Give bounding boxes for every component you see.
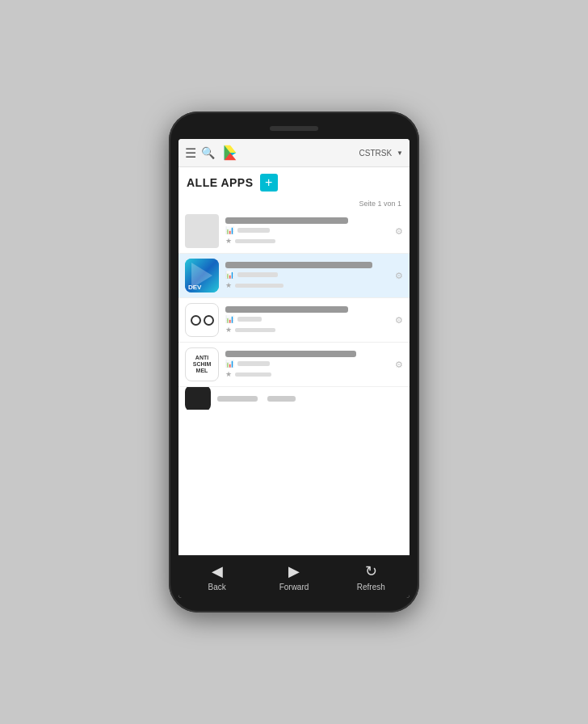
- partial-bar-2: [267, 396, 296, 402]
- star-fill-bar: [235, 328, 275, 332]
- search-icon[interactable]: 🔍: [201, 146, 215, 159]
- forward-button[interactable]: ▶ Forward: [255, 556, 332, 598]
- app-info: 📊 ★: [225, 262, 388, 289]
- star-icon: ★: [225, 237, 232, 245]
- anti-app-icon: ANTISCHIMMEL: [185, 347, 219, 381]
- add-button[interactable]: +: [260, 174, 278, 192]
- app-meta: 📊: [225, 271, 388, 279]
- circle-dot-right: [204, 315, 214, 326]
- meta-bar: [237, 317, 262, 322]
- refresh-icon: ↻: [365, 562, 377, 580]
- app-name-bar: [225, 262, 372, 268]
- page-info: Seite 1 von 1: [178, 198, 410, 209]
- app-info: 📊 ★: [225, 217, 388, 245]
- app-info: 📊 ★: [225, 351, 388, 378]
- star-icon: ★: [225, 370, 232, 378]
- settings-icon[interactable]: ⚙: [395, 315, 403, 326]
- chart-icon: 📊: [225, 226, 234, 234]
- circles-app-icon: [185, 303, 219, 337]
- partial-bar: [217, 396, 258, 402]
- meta-bar: [237, 228, 270, 233]
- app-meta: 📊: [225, 360, 388, 368]
- star-fill-bar: [235, 284, 284, 288]
- two-circles: [191, 315, 214, 326]
- list-item[interactable]: 📊 ★ ⚙: [178, 209, 410, 254]
- refresh-button[interactable]: ↻ Refresh: [333, 556, 410, 598]
- back-button[interactable]: ◀ Back: [178, 556, 255, 598]
- app-name-bar: [225, 306, 348, 313]
- forward-icon: ▶: [288, 562, 300, 580]
- star-bar: ★: [225, 326, 388, 334]
- forward-label: Forward: [279, 583, 309, 591]
- app-meta: 📊: [225, 315, 388, 323]
- app-icon-placeholder: [185, 214, 219, 248]
- star-fill-bar: [235, 373, 271, 377]
- account-name[interactable]: CSTRSK: [359, 149, 393, 158]
- top-bar: ☰ 🔍 CSTRSK ▼: [178, 139, 410, 167]
- star-icon: ★: [225, 281, 232, 289]
- section-header: ALLE APPS +: [178, 167, 410, 198]
- settings-icon[interactable]: ⚙: [395, 226, 403, 237]
- star-bar: ★: [225, 237, 388, 245]
- refresh-label: Refresh: [357, 583, 385, 591]
- list-item-partial[interactable]: [178, 387, 410, 410]
- app-info: 📊 ★: [225, 306, 388, 334]
- play-logo: [221, 144, 239, 162]
- app-list: 📊 ★ ⚙: [178, 209, 410, 555]
- dropdown-arrow-icon[interactable]: ▼: [397, 149, 403, 157]
- bottom-nav: ◀ Back ▶ Forward ↻ Refresh: [178, 555, 410, 598]
- content-area: ALLE APPS + Seite 1 von 1 📊 ★: [178, 167, 410, 555]
- phone-device: ☰ 🔍 CSTRSK ▼ ALLE APPS + Seite 1 vo: [169, 112, 419, 612]
- chart-icon: 📊: [225, 315, 234, 323]
- star-fill-bar: [235, 239, 275, 243]
- dots-app-icon: [185, 387, 211, 410]
- app-meta: 📊: [225, 226, 388, 234]
- app-name-bar: [225, 217, 348, 224]
- dev-app-icon: DEV: [185, 259, 219, 293]
- list-item[interactable]: DEV 📊 ★ ⚙: [178, 254, 410, 298]
- app-name-bar: [225, 351, 356, 357]
- list-item[interactable]: 📊 ★ ⚙: [178, 298, 410, 343]
- settings-icon[interactable]: ⚙: [395, 271, 403, 281]
- chart-icon: 📊: [225, 360, 234, 368]
- phone-screen: ☰ 🔍 CSTRSK ▼ ALLE APPS + Seite 1 vo: [178, 139, 410, 598]
- back-label: Back: [208, 583, 226, 591]
- list-item[interactable]: ANTISCHIMMEL 📊 ★ ⚙: [178, 343, 410, 387]
- star-bar: ★: [225, 281, 388, 289]
- section-title: ALLE APPS: [187, 176, 254, 189]
- circle-dot-left: [191, 315, 201, 326]
- chart-icon: 📊: [225, 271, 234, 279]
- meta-bar: [237, 272, 278, 277]
- meta-bar: [237, 361, 270, 366]
- star-bar: ★: [225, 370, 388, 378]
- menu-icon[interactable]: ☰: [185, 145, 196, 161]
- svg-text:DEV: DEV: [188, 284, 202, 291]
- star-icon: ★: [225, 326, 232, 334]
- back-icon: ◀: [212, 562, 223, 580]
- phone-speaker: [270, 126, 318, 131]
- settings-icon[interactable]: ⚙: [395, 360, 403, 370]
